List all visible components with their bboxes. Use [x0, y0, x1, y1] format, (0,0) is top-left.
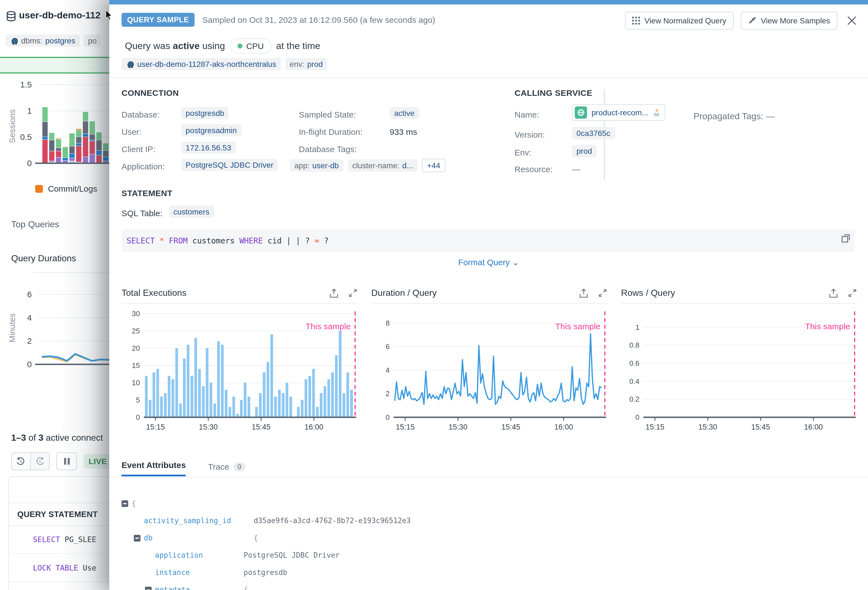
svg-text:This sample: This sample: [306, 322, 351, 331]
legend-swatch-orange: [35, 185, 43, 193]
user-value[interactable]: postgresadmin: [181, 124, 241, 137]
svg-text:4: 4: [27, 313, 32, 322]
json-row[interactable]: metadata {: [121, 581, 411, 590]
legend-label: Commit/Logs: [48, 184, 97, 193]
chart-plot[interactable]: 05101520253015:1515:3015:4516:00This sam…: [121, 304, 357, 435]
divider: [109, 78, 868, 78]
export-icon[interactable]: [579, 288, 588, 298]
legend-commit-logs[interactable]: Commit/Logs: [35, 184, 110, 193]
sql-text: SELECT * FROM customers WHERE cid | | ? …: [121, 236, 329, 245]
service-name-value[interactable]: product-recom...: [572, 104, 665, 121]
version-value[interactable]: 0ca3765c: [572, 127, 615, 139]
history-back-button[interactable]: [11, 452, 30, 470]
cpu-label: CPU: [246, 41, 264, 51]
resource-value: —: [572, 164, 580, 174]
table-row[interactable]: SELECT s. Id,: [9, 582, 110, 590]
database-value[interactable]: postgresdb: [181, 107, 229, 119]
svg-text:This sample: This sample: [805, 322, 850, 331]
svg-text:15:45: 15:45: [502, 423, 520, 431]
table-row[interactable]: LOCK TABLE Use: [9, 554, 110, 582]
grid-icon: [632, 17, 640, 25]
tab-label: Trace: [208, 462, 229, 471]
service-globe-icon: [575, 106, 587, 119]
sql-table-value[interactable]: customers: [169, 206, 214, 218]
json-row[interactable]: db {: [121, 529, 411, 547]
svg-text:This sample: This sample: [555, 322, 601, 331]
export-icon[interactable]: [829, 288, 838, 298]
service-name-text: product-recom...: [592, 108, 648, 117]
tag-env[interactable]: env:prod: [285, 58, 327, 70]
version-label: Version:: [515, 130, 545, 139]
page-title: user-db-demo-112: [19, 10, 100, 21]
svg-text:15:15: 15:15: [645, 423, 664, 431]
db-tag-cluster[interactable]: cluster-name:d...: [348, 159, 418, 172]
chart-title: Rows / Query: [621, 288, 829, 298]
svg-text:4: 4: [386, 366, 390, 374]
env-value[interactable]: prod: [572, 145, 596, 157]
pause-button[interactable]: [56, 452, 77, 470]
table-row[interactable]: SELECT PG_SLEE: [9, 525, 110, 554]
expand-icon[interactable]: [848, 288, 857, 297]
format-query-link[interactable]: Format Query ⌄: [109, 257, 868, 268]
svg-text:15:15: 15:15: [396, 423, 415, 431]
svg-text:0.5: 0.5: [20, 132, 32, 141]
database-label: Database:: [121, 110, 160, 119]
tab-top-queries[interactable]: Top Queries: [11, 219, 59, 230]
resource-label: Resource:: [515, 164, 553, 174]
expand-icon[interactable]: [598, 288, 607, 297]
sampled-state-value[interactable]: active: [390, 107, 419, 119]
svg-text:6: 6: [27, 290, 32, 299]
history-forward-button[interactable]: [30, 452, 50, 470]
svg-text:2: 2: [386, 390, 390, 398]
tag-dbms-postgres[interactable]: dbms:postgres: [6, 35, 80, 47]
success-banner: [0, 57, 110, 74]
tab-event-attributes[interactable]: Event Attributes: [121, 460, 186, 476]
tag-key: cluster-name:: [352, 161, 399, 170]
collapse-icon[interactable]: [145, 586, 152, 590]
copy-icon[interactable]: [841, 234, 850, 243]
svg-text:6: 6: [386, 342, 390, 351]
chart-plot[interactable]: 0246815:1515:3015:4516:00This sample: [371, 304, 607, 435]
sessions-chart: 00.511.515:15: [0, 80, 110, 181]
query-statement-cell: SELECT PG_SLEE: [9, 535, 96, 544]
svg-text:16:00: 16:00: [304, 423, 323, 431]
pill-text: customers: [173, 207, 209, 216]
divider: [109, 477, 868, 477]
export-icon[interactable]: [329, 288, 338, 298]
postgres-icon: [10, 37, 18, 45]
charts-row: Total Executions 05101520253015:1515:301…: [121, 284, 857, 435]
more-tags-button[interactable]: +44: [422, 159, 446, 172]
tab-trace[interactable]: Trace0: [208, 462, 245, 476]
tag-value: user-db-demo-11287-aks-northcentralus: [137, 60, 276, 69]
svg-text:15:30: 15:30: [199, 423, 218, 431]
cpu-pill[interactable]: CPU: [229, 38, 272, 53]
client-ip-value[interactable]: 172.16.56.53: [181, 141, 236, 154]
collapse-icon[interactable]: [121, 500, 128, 507]
expand-icon[interactable]: [348, 288, 357, 297]
count-of: of: [26, 433, 38, 442]
tag-key: env:: [289, 60, 304, 69]
inflight-duration-label: In-flight Duration:: [299, 127, 362, 137]
svg-text:15:45: 15:45: [252, 423, 271, 431]
sampled-state-label: Sampled State:: [299, 110, 356, 119]
button-label: View Normalized Query: [644, 16, 726, 25]
json-row[interactable]: {: [121, 495, 411, 512]
view-normalized-query-button[interactable]: View Normalized Query: [625, 12, 734, 29]
svg-text:1: 1: [27, 106, 32, 115]
svg-text:30: 30: [132, 309, 140, 318]
view-more-samples-button[interactable]: View More Samples: [741, 12, 838, 29]
chart-plot[interactable]: 00.20.40.60.8115:1515:3015:4516:00This s…: [621, 304, 857, 435]
svg-text:0: 0: [636, 413, 639, 421]
tag-clipped[interactable]: po: [84, 35, 101, 47]
collapse-icon[interactable]: [134, 534, 140, 541]
svg-text:1: 1: [636, 323, 639, 331]
db-tag-app[interactable]: app:user-db: [290, 159, 343, 172]
pill-text: PostgreSQL JDBC Driver: [186, 160, 273, 169]
application-value[interactable]: PostgreSQL JDBC Driver: [181, 159, 278, 171]
tag-value: postgres: [45, 36, 75, 45]
close-icon[interactable]: [847, 16, 857, 26]
live-badge[interactable]: LIVE: [84, 454, 110, 469]
tag-host[interactable]: user-db-demo-11287-aks-northcentralus: [121, 58, 281, 70]
tag-key: po: [88, 36, 97, 45]
divider: [33, 272, 110, 273]
